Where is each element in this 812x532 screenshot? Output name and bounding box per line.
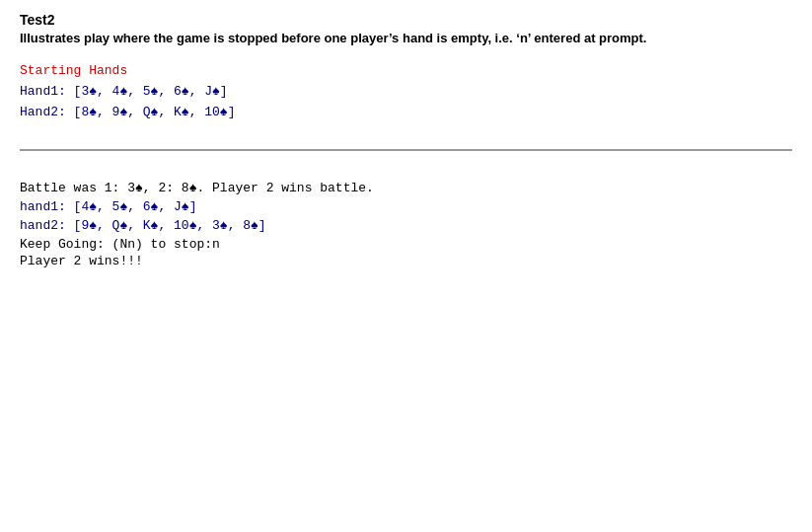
winner-announcement: Player 2 wins!!! xyxy=(20,254,792,268)
page-title: Test2 xyxy=(20,12,792,28)
hand2-starting: Hand2: [8♠, 9♠, Q♠, K♠, 10♠] xyxy=(20,105,792,119)
battle-result-line: Battle was 1: 3♠, 2: 8♠. Player 2 wins b… xyxy=(20,181,792,195)
hand2-after-battle: hand2: [9♠, Q♠, K♠, 10♠, 3♠, 8♠] xyxy=(20,218,792,233)
page-description: Illustrates play where the game is stopp… xyxy=(20,30,792,47)
hand1-starting: Hand1: [3♠, 4♠, 5♠, 6♠, J♠] xyxy=(20,84,792,99)
starting-label: Starting Hands xyxy=(20,63,792,78)
hand1-after-battle: hand1: [4♠, 5♠, 6♠, J♠] xyxy=(20,199,792,214)
keep-going-prompt: Keep Going: (Nn) to stop:n xyxy=(20,237,792,252)
divider xyxy=(20,149,792,151)
